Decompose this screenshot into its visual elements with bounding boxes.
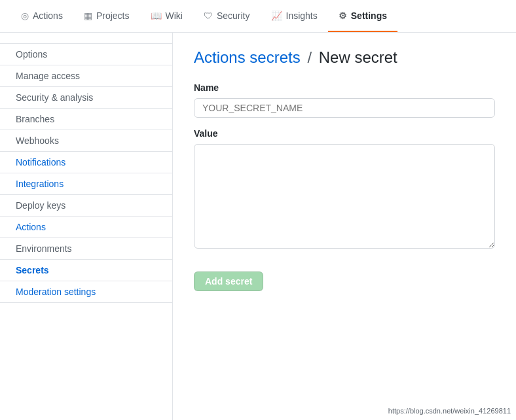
sidebar-item-manage-access[interactable]: Manage access [0, 65, 172, 87]
value-label: Value [194, 128, 495, 139]
tab-projects[interactable]: ▦ Projects [73, 0, 140, 32]
add-secret-button[interactable]: Add secret [194, 271, 263, 291]
name-input[interactable] [194, 98, 495, 118]
breadcrumb-separator: / [307, 48, 312, 66]
value-textarea[interactable] [194, 144, 495, 249]
sidebar-item-environments[interactable]: Environments [0, 238, 172, 260]
insights-icon: 📈 [271, 10, 282, 21]
sidebar-item-integrations[interactable]: Integrations [0, 173, 172, 195]
sidebar-item-notifications[interactable]: Notifications [0, 152, 172, 173]
tab-settings[interactable]: ⚙ Settings [328, 0, 397, 32]
footer-note: https://blog.csdn.net/weixin_41269811 [388, 407, 511, 415]
settings-sidebar: Options Manage access Security & analysi… [0, 33, 173, 420]
tab-actions[interactable]: ◎ Actions [10, 0, 73, 32]
page-body: Options Manage access Security & analysi… [0, 33, 516, 420]
sidebar-item-actions[interactable]: Actions [0, 217, 172, 238]
sidebar-item-security-analysis[interactable]: Security & analysis [0, 87, 172, 109]
main-content: Actions secrets / New secret Name Value … [173, 33, 516, 420]
sidebar-item-secrets[interactable]: Secrets [0, 260, 172, 281]
tab-wiki[interactable]: 📖 Wiki [140, 0, 193, 32]
projects-icon: ▦ [84, 10, 92, 21]
sidebar-item-moderation-settings[interactable]: Moderation settings [0, 281, 172, 303]
name-label: Name [194, 82, 495, 93]
page-title: New secret [319, 48, 397, 66]
wiki-icon: 📖 [151, 10, 162, 21]
value-field-group: Value [194, 128, 495, 251]
page-heading: Actions secrets / New secret [194, 48, 495, 67]
settings-icon: ⚙ [339, 10, 347, 21]
actions-icon: ◎ [21, 10, 29, 21]
sidebar-item-branches[interactable]: Branches [0, 109, 172, 130]
top-navigation: ◎ Actions ▦ Projects 📖 Wiki 🛡 Security 📈… [0, 0, 516, 33]
tab-security[interactable]: 🛡 Security [193, 0, 261, 32]
security-icon: 🛡 [204, 10, 213, 21]
name-field-group: Name [194, 82, 495, 118]
sidebar-item-deploy-keys[interactable]: Deploy keys [0, 195, 172, 217]
sidebar-item-options[interactable]: Options [0, 43, 172, 65]
breadcrumb-link[interactable]: Actions secrets [194, 48, 301, 66]
sidebar-item-webhooks[interactable]: Webhooks [0, 130, 172, 152]
tab-insights[interactable]: 📈 Insights [261, 0, 328, 32]
